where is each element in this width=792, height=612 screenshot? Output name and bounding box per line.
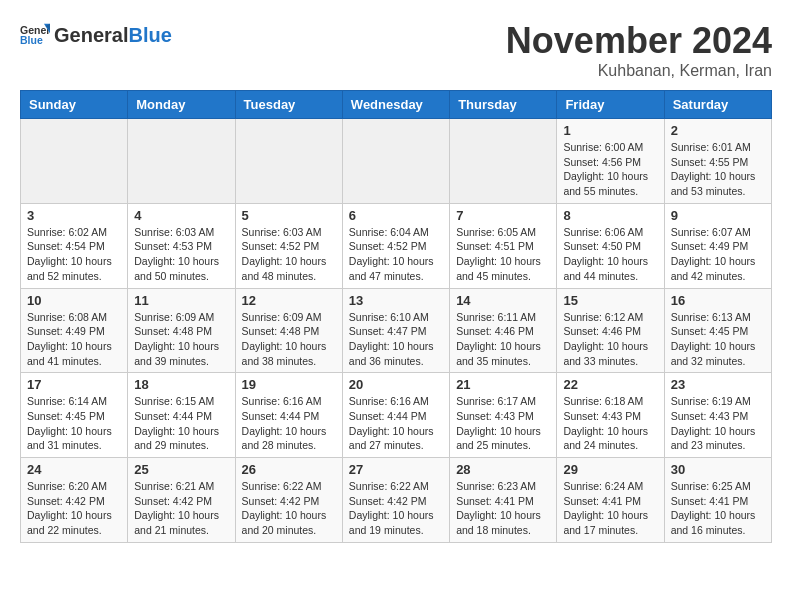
day-info: Sunrise: 6:05 AMSunset: 4:51 PMDaylight:… xyxy=(456,226,541,282)
calendar-header-row: SundayMondayTuesdayWednesdayThursdayFrid… xyxy=(21,91,772,119)
day-number: 14 xyxy=(456,293,550,308)
calendar-cell xyxy=(21,119,128,204)
calendar-week-row: 1 Sunrise: 6:00 AMSunset: 4:56 PMDayligh… xyxy=(21,119,772,204)
day-info: Sunrise: 6:16 AMSunset: 4:44 PMDaylight:… xyxy=(349,395,434,451)
calendar-cell: 12 Sunrise: 6:09 AMSunset: 4:48 PMDaylig… xyxy=(235,288,342,373)
calendar-cell: 19 Sunrise: 6:16 AMSunset: 4:44 PMDaylig… xyxy=(235,373,342,458)
day-number: 3 xyxy=(27,208,121,223)
calendar-cell: 6 Sunrise: 6:04 AMSunset: 4:52 PMDayligh… xyxy=(342,203,449,288)
day-number: 28 xyxy=(456,462,550,477)
day-number: 12 xyxy=(242,293,336,308)
calendar-cell: 3 Sunrise: 6:02 AMSunset: 4:54 PMDayligh… xyxy=(21,203,128,288)
day-number: 11 xyxy=(134,293,228,308)
weekday-header: Wednesday xyxy=(342,91,449,119)
weekday-header: Tuesday xyxy=(235,91,342,119)
day-info: Sunrise: 6:20 AMSunset: 4:42 PMDaylight:… xyxy=(27,480,112,536)
day-number: 21 xyxy=(456,377,550,392)
day-info: Sunrise: 6:14 AMSunset: 4:45 PMDaylight:… xyxy=(27,395,112,451)
calendar-cell: 13 Sunrise: 6:10 AMSunset: 4:47 PMDaylig… xyxy=(342,288,449,373)
calendar-cell: 28 Sunrise: 6:23 AMSunset: 4:41 PMDaylig… xyxy=(450,458,557,543)
logo-blue: Blue xyxy=(128,24,171,47)
day-info: Sunrise: 6:02 AMSunset: 4:54 PMDaylight:… xyxy=(27,226,112,282)
day-number: 25 xyxy=(134,462,228,477)
calendar-cell: 26 Sunrise: 6:22 AMSunset: 4:42 PMDaylig… xyxy=(235,458,342,543)
calendar-cell xyxy=(342,119,449,204)
calendar-cell: 11 Sunrise: 6:09 AMSunset: 4:48 PMDaylig… xyxy=(128,288,235,373)
day-info: Sunrise: 6:22 AMSunset: 4:42 PMDaylight:… xyxy=(349,480,434,536)
day-number: 16 xyxy=(671,293,765,308)
day-info: Sunrise: 6:10 AMSunset: 4:47 PMDaylight:… xyxy=(349,311,434,367)
day-info: Sunrise: 6:03 AMSunset: 4:53 PMDaylight:… xyxy=(134,226,219,282)
weekday-header: Monday xyxy=(128,91,235,119)
day-number: 6 xyxy=(349,208,443,223)
day-number: 20 xyxy=(349,377,443,392)
calendar-cell: 18 Sunrise: 6:15 AMSunset: 4:44 PMDaylig… xyxy=(128,373,235,458)
day-info: Sunrise: 6:00 AMSunset: 4:56 PMDaylight:… xyxy=(563,141,648,197)
logo-general: General xyxy=(54,24,128,47)
calendar-cell: 7 Sunrise: 6:05 AMSunset: 4:51 PMDayligh… xyxy=(450,203,557,288)
calendar-cell: 25 Sunrise: 6:21 AMSunset: 4:42 PMDaylig… xyxy=(128,458,235,543)
day-info: Sunrise: 6:03 AMSunset: 4:52 PMDaylight:… xyxy=(242,226,327,282)
day-info: Sunrise: 6:07 AMSunset: 4:49 PMDaylight:… xyxy=(671,226,756,282)
location-title: Kuhbanan, Kerman, Iran xyxy=(506,62,772,80)
day-info: Sunrise: 6:22 AMSunset: 4:42 PMDaylight:… xyxy=(242,480,327,536)
day-info: Sunrise: 6:17 AMSunset: 4:43 PMDaylight:… xyxy=(456,395,541,451)
day-number: 18 xyxy=(134,377,228,392)
calendar-cell xyxy=(128,119,235,204)
day-number: 27 xyxy=(349,462,443,477)
calendar-cell: 24 Sunrise: 6:20 AMSunset: 4:42 PMDaylig… xyxy=(21,458,128,543)
day-info: Sunrise: 6:08 AMSunset: 4:49 PMDaylight:… xyxy=(27,311,112,367)
day-info: Sunrise: 6:19 AMSunset: 4:43 PMDaylight:… xyxy=(671,395,756,451)
day-info: Sunrise: 6:11 AMSunset: 4:46 PMDaylight:… xyxy=(456,311,541,367)
day-number: 23 xyxy=(671,377,765,392)
calendar-cell: 5 Sunrise: 6:03 AMSunset: 4:52 PMDayligh… xyxy=(235,203,342,288)
calendar-cell: 2 Sunrise: 6:01 AMSunset: 4:55 PMDayligh… xyxy=(664,119,771,204)
day-info: Sunrise: 6:16 AMSunset: 4:44 PMDaylight:… xyxy=(242,395,327,451)
day-number: 29 xyxy=(563,462,657,477)
day-number: 9 xyxy=(671,208,765,223)
calendar-cell: 15 Sunrise: 6:12 AMSunset: 4:46 PMDaylig… xyxy=(557,288,664,373)
day-info: Sunrise: 6:01 AMSunset: 4:55 PMDaylight:… xyxy=(671,141,756,197)
day-info: Sunrise: 6:25 AMSunset: 4:41 PMDaylight:… xyxy=(671,480,756,536)
calendar-cell: 16 Sunrise: 6:13 AMSunset: 4:45 PMDaylig… xyxy=(664,288,771,373)
day-number: 24 xyxy=(27,462,121,477)
calendar-cell xyxy=(450,119,557,204)
day-info: Sunrise: 6:24 AMSunset: 4:41 PMDaylight:… xyxy=(563,480,648,536)
day-number: 13 xyxy=(349,293,443,308)
calendar-cell: 9 Sunrise: 6:07 AMSunset: 4:49 PMDayligh… xyxy=(664,203,771,288)
calendar-cell: 17 Sunrise: 6:14 AMSunset: 4:45 PMDaylig… xyxy=(21,373,128,458)
calendar-week-row: 24 Sunrise: 6:20 AMSunset: 4:42 PMDaylig… xyxy=(21,458,772,543)
calendar-week-row: 17 Sunrise: 6:14 AMSunset: 4:45 PMDaylig… xyxy=(21,373,772,458)
calendar-cell: 27 Sunrise: 6:22 AMSunset: 4:42 PMDaylig… xyxy=(342,458,449,543)
weekday-header: Sunday xyxy=(21,91,128,119)
day-number: 7 xyxy=(456,208,550,223)
day-info: Sunrise: 6:15 AMSunset: 4:44 PMDaylight:… xyxy=(134,395,219,451)
weekday-header: Thursday xyxy=(450,91,557,119)
calendar-cell: 14 Sunrise: 6:11 AMSunset: 4:46 PMDaylig… xyxy=(450,288,557,373)
day-info: Sunrise: 6:18 AMSunset: 4:43 PMDaylight:… xyxy=(563,395,648,451)
calendar-cell xyxy=(235,119,342,204)
day-info: Sunrise: 6:04 AMSunset: 4:52 PMDaylight:… xyxy=(349,226,434,282)
calendar-cell: 4 Sunrise: 6:03 AMSunset: 4:53 PMDayligh… xyxy=(128,203,235,288)
day-number: 15 xyxy=(563,293,657,308)
day-number: 30 xyxy=(671,462,765,477)
logo-icon: General Blue xyxy=(20,20,50,50)
day-info: Sunrise: 6:12 AMSunset: 4:46 PMDaylight:… xyxy=(563,311,648,367)
calendar-cell: 21 Sunrise: 6:17 AMSunset: 4:43 PMDaylig… xyxy=(450,373,557,458)
svg-text:Blue: Blue xyxy=(20,34,43,46)
day-number: 22 xyxy=(563,377,657,392)
calendar-cell: 29 Sunrise: 6:24 AMSunset: 4:41 PMDaylig… xyxy=(557,458,664,543)
calendar-cell: 1 Sunrise: 6:00 AMSunset: 4:56 PMDayligh… xyxy=(557,119,664,204)
calendar-cell: 20 Sunrise: 6:16 AMSunset: 4:44 PMDaylig… xyxy=(342,373,449,458)
calendar-cell: 10 Sunrise: 6:08 AMSunset: 4:49 PMDaylig… xyxy=(21,288,128,373)
day-number: 8 xyxy=(563,208,657,223)
day-number: 10 xyxy=(27,293,121,308)
month-title: November 2024 xyxy=(506,20,772,62)
day-number: 1 xyxy=(563,123,657,138)
day-number: 2 xyxy=(671,123,765,138)
day-info: Sunrise: 6:13 AMSunset: 4:45 PMDaylight:… xyxy=(671,311,756,367)
calendar-cell: 23 Sunrise: 6:19 AMSunset: 4:43 PMDaylig… xyxy=(664,373,771,458)
calendar-cell: 30 Sunrise: 6:25 AMSunset: 4:41 PMDaylig… xyxy=(664,458,771,543)
calendar: SundayMondayTuesdayWednesdayThursdayFrid… xyxy=(20,90,772,543)
logo: General Blue General Blue xyxy=(20,20,172,50)
